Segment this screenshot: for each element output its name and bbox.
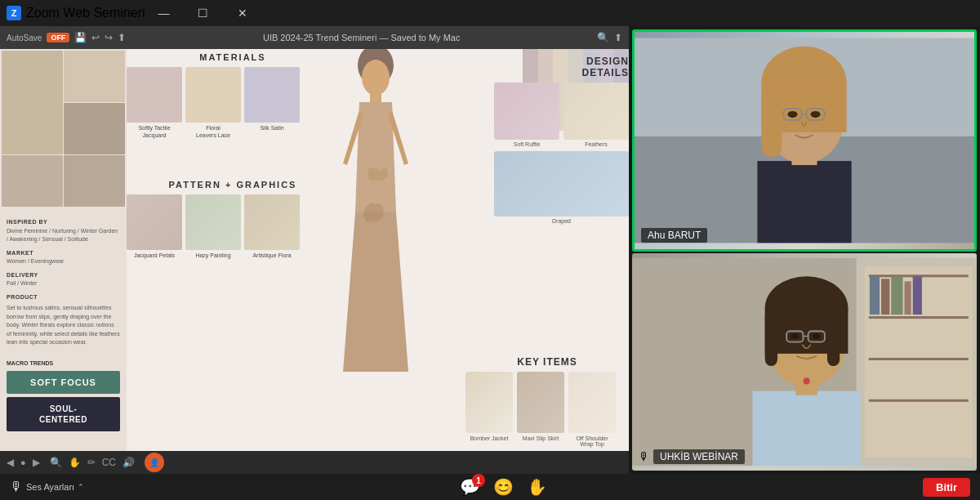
title-bar-title: Zoom Web Semineri [26,6,145,20]
inspired-by-text: Divine Feminine / Nurturing / Winter Gar… [7,228,118,243]
hand-icon-pres[interactable]: ✋ [69,457,81,468]
svg-rect-27 [881,279,889,315]
pattern-flora: Artistique Flora [244,194,300,259]
pattern-section: PATTERN + GRAPHICS Jacquard Petals Hazy … [127,180,339,264]
search-icon[interactable]: 🔍 [597,32,609,43]
slide-main-area: MATERIALS Softly TactileJacquard FloralL… [127,49,629,451]
svg-point-43 [803,377,809,384]
pattern-jacquard-label: Jacquard Petals [134,252,175,259]
svg-rect-4 [370,92,381,104]
raise-hand-button[interactable]: ✋ [527,477,547,497]
pattern-jacquard: Jacquard Petals [127,194,182,259]
detail-draped: Draped [494,151,629,224]
detail-soft-ruffle: Soft Ruffle [494,83,559,147]
key-items-grid: Bomber Jacket Maxi Slip Skirt Off Should… [466,372,629,447]
presentation-title: UIB 2024-25 Trend Semineri — Saved to My… [131,33,592,42]
svg-rect-31 [752,391,860,467]
mute-icon-uhkib: 🎙 [639,450,650,463]
toolbar-icon-2[interactable]: ↩ [91,32,100,43]
video-panel: Ahu BARUT [629,26,980,474]
swatch-satin: Silk Satin [244,67,300,139]
svg-point-3 [362,60,390,96]
title-bar-controls: — ☐ ✕ [145,0,261,26]
minimize-button[interactable]: — [145,0,183,26]
raise-hand-icon: ✋ [527,477,547,497]
end-label: Bitir [936,481,957,493]
video-bg-uhkib [632,253,977,471]
chat-button[interactable]: 💬 1 [460,477,480,497]
materials-title: MATERIALS [127,52,339,62]
slide-content: INSPIRED BY Divine Feminine / Nurturing … [0,49,629,451]
zoom-icon: Z [7,6,21,20]
avatar-icon: 👤 [149,458,159,467]
title-bar: Z Zoom Web Semineri — ☐ ✕ [0,0,980,26]
svg-rect-26 [870,276,880,315]
product-label: PRODUCT [7,293,120,302]
toolbar-icon-4[interactable]: ⬆ [118,32,126,43]
svg-point-42 [813,333,821,339]
reactions-icon: 😊 [493,477,514,497]
delivery-label: DELIVERY [7,271,120,280]
maximize-button[interactable]: ☐ [185,0,222,26]
key-item-bomber: Bomber Jacket [466,372,513,447]
mood-cell-4 [2,155,63,207]
soul-centered-box: SOUL-CENTERED [7,397,120,431]
person-ahu-svg [635,32,974,249]
key-items-title: KEY ITEMS [466,356,629,368]
mood-cell-5 [64,155,125,207]
detail-feathers: Feathers [564,83,629,147]
toolbar-icon-1[interactable]: 💾 [74,32,87,43]
zoom-icon-pres[interactable]: 🔍 [50,457,62,468]
main-container: AutoSave OFF 💾 ↩ ↪ ⬆ UIB 2024-25 Trend S… [0,26,980,474]
user-avatar-pres: 👤 [145,453,164,472]
mood-cell-1 [2,51,63,154]
swatch-tactile-label: Softly TactileJacquard [138,124,170,139]
toolbar-icon-3[interactable]: ↪ [105,32,113,43]
svg-point-18 [811,111,821,118]
design-details-title: DESIGNDETAILS [466,56,629,78]
svg-rect-28 [891,276,902,315]
macro-trends-section: MACRO TRENDS SOFT FOCUS SOUL-CENTERED [0,355,127,436]
fashion-slide: INSPIRED BY Divine Feminine / Nurturing … [0,49,629,451]
key-items-section: KEY ITEMS Bomber Jacket Maxi Slip Skirt [466,356,629,447]
materials-section: MATERIALS Softly TactileJacquard FloralL… [127,52,339,144]
audio-icon-pres[interactable]: 🔊 [122,457,135,468]
annotation-icon[interactable]: ✏ [87,457,96,468]
draped-row: Draped [466,151,629,224]
name-badge-uhkib: UHKİB WEBİNAR [653,449,745,464]
swatch-satin-label: Silk Satin [260,124,283,132]
video-feed-ahu: Ahu BARUT [632,29,977,252]
wrap-label: Off ShoulderWrap Top [576,435,608,447]
svg-point-41 [791,333,799,339]
notification-count: 1 [472,474,485,487]
audio-button[interactable]: 🎙 Ses Ayarları ⌃ [10,480,84,494]
design-details-area: DESIGNDETAILS Soft Ruffle Feathers [466,56,629,228]
key-item-skirt: Maxi Slip Skirt [517,372,564,447]
next-slide-icon[interactable]: ▶ [33,457,40,468]
close-button[interactable]: ✕ [224,0,261,26]
name-badge-ahu: Ahu BARUT [641,228,707,243]
svg-rect-24 [869,358,969,360]
uhkib-bottom-badge: 🎙 UHKİB WEBİNAR [639,449,745,464]
svg-rect-29 [905,281,911,315]
design-details-row: Soft Ruffle Feathers [466,83,629,147]
video-feed-uhkib: 🎙 UHKİB WEBİNAR [632,253,977,471]
chat-notification: 1 [472,474,485,487]
cc-icon[interactable]: CC [102,457,116,468]
svg-point-17 [787,111,797,118]
soft-ruffle-label: Soft Ruffle [514,141,541,147]
svg-rect-8 [757,161,851,243]
prev-slide-icon[interactable]: ◀ [7,457,14,468]
audio-chevron: ⌃ [78,483,84,491]
reactions-button[interactable]: 😊 [493,477,514,497]
skirt-label: Maxi Slip Skirt [523,435,559,441]
end-button[interactable]: Bitir [923,478,970,497]
svg-rect-30 [913,276,922,315]
mood-cell-2 [64,51,125,102]
share-icon[interactable]: ⬆ [614,32,622,43]
inspired-by-label: INSPIRED BY [7,218,120,227]
person-uhkib-svg [632,253,977,471]
video-bg-ahu [635,32,974,249]
autosave-off-badge: OFF [47,33,69,42]
macro-trends-label: MACRO TRENDS [7,360,120,366]
